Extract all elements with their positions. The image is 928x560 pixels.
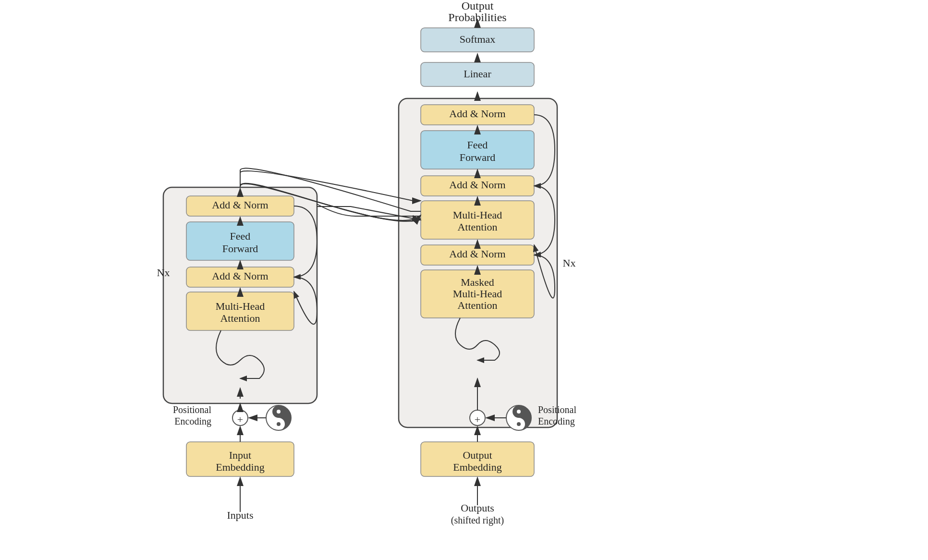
encoder-feed-forward-label2: Forward [222, 243, 258, 255]
decoder-pos-enc-label2: Encoding [538, 416, 575, 427]
encoder-input-embedding-label2: Embedding [216, 461, 264, 473]
dec-pos-dot1 [517, 410, 521, 414]
encoder-pos-enc-label: Positional [173, 404, 211, 415]
encoder-add-norm-2-label: Add & Norm [212, 270, 268, 282]
decoder-masked-label3: Attention [457, 299, 497, 311]
output-prob-label1: Output [462, 0, 494, 12]
output-prob-label2: Probabilities [448, 11, 506, 24]
decoder-output-embedding-label2: Embedding [453, 461, 501, 473]
decoder-multi-head-label1: Multi-Head [453, 209, 502, 221]
decoder-plus-sign: + [475, 414, 480, 426]
transformer-diagram: Nx Add & Norm Feed Forward Add & Norm Mu… [0, 0, 928, 560]
enc-pos-dot1 [277, 410, 281, 414]
linear-label: Linear [464, 68, 491, 80]
encoder-multi-head-label1: Multi-Head [216, 300, 265, 312]
encoder-multi-head-label2: Attention [220, 312, 260, 324]
enc-pos-dot2 [277, 422, 281, 426]
decoder-masked-label1: Masked [461, 276, 494, 288]
encoder-plus-sign: + [237, 414, 243, 426]
decoder-nx-label: Nx [563, 257, 576, 269]
decoder-output-embedding-label1: Output [463, 449, 492, 461]
encoder-input-embedding-label1: Input [229, 449, 251, 461]
dec-pos-dot2 [517, 422, 521, 426]
decoder-multi-head-label2: Attention [457, 221, 497, 233]
decoder-feed-forward-label1: Feed [467, 139, 488, 151]
softmax-label: Softmax [460, 33, 496, 45]
decoder-feed-forward-label2: Forward [460, 151, 496, 163]
decoder-outputs-label2: (shifted right) [451, 515, 504, 526]
decoder-masked-label2: Multi-Head [453, 288, 502, 300]
encoder-nx-label: Nx [157, 267, 170, 279]
decoder-add-norm-ff-label: Add & Norm [449, 108, 505, 120]
decoder-pos-enc-label: Positional [538, 404, 576, 415]
encoder-pos-enc-label2: Encoding [174, 416, 211, 427]
encoder-add-norm-1-label: Add & Norm [212, 199, 268, 211]
decoder-add-norm-mha-label: Add & Norm [449, 179, 505, 191]
decoder-add-norm-masked-label: Add & Norm [449, 248, 505, 260]
encoder-feed-forward-label1: Feed [230, 230, 251, 242]
